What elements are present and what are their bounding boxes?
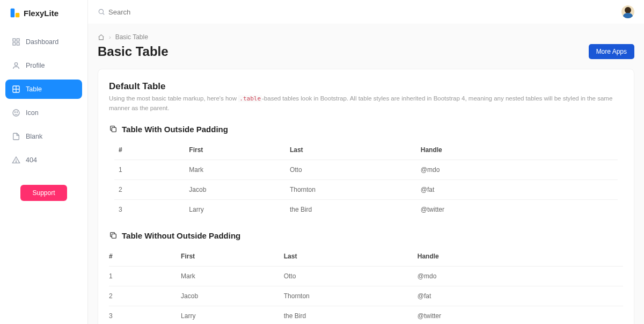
table-with-padding: # First Last Handle 1 Mark Otto [114, 140, 618, 219]
copy-icon [109, 125, 118, 133]
card-description: Using the most basic table markup, here'… [109, 94, 623, 113]
table-header-row: # First Last Handle [109, 247, 623, 267]
breadcrumb: › Basic Table [98, 33, 634, 41]
table-header: Last [286, 140, 416, 160]
sidebar-item-label: Dashboard [26, 38, 58, 46]
card-title: Default Table [109, 81, 623, 92]
svg-rect-0 [11, 9, 15, 18]
table-header: Handle [418, 247, 623, 267]
table-header: # [114, 140, 185, 160]
main: › Basic Table Basic Table More Apps Defa… [88, 0, 644, 324]
sidebar-item-dashboard[interactable]: Dashboard [5, 32, 82, 52]
table-row: 3 Larry the Bird @twitter [114, 199, 618, 219]
svg-point-14 [16, 162, 16, 162]
support-button[interactable]: Support [20, 185, 67, 201]
svg-rect-2 [13, 39, 16, 41]
subtitle-table-1: Table With Outside Padding [109, 125, 623, 134]
svg-rect-5 [17, 42, 19, 45]
brand[interactable]: FlexyLite [0, 8, 87, 28]
copy-icon [109, 231, 118, 240]
table-header: First [185, 140, 286, 160]
table-header: Last [284, 247, 418, 267]
svg-point-6 [14, 63, 17, 66]
sidebar-item-label: Icon [26, 109, 39, 117]
subtitle-table-2: Table Without Outside Padding [109, 231, 623, 240]
svg-rect-4 [13, 42, 16, 45]
sidebar-item-label: Blank [26, 133, 42, 140]
avatar[interactable] [621, 5, 634, 18]
search[interactable] [98, 8, 216, 16]
svg-point-10 [13, 110, 19, 116]
table-header: First [181, 247, 284, 267]
table-header-row: # First Last Handle [114, 140, 618, 160]
svg-point-11 [14, 112, 15, 112]
sidebar-item-blank[interactable]: Blank [5, 127, 82, 146]
sidebar-item-icon[interactable]: Icon [5, 103, 82, 123]
table-icon [12, 85, 20, 93]
svg-point-12 [17, 112, 17, 112]
warning-icon [12, 156, 20, 164]
face-icon [12, 109, 20, 117]
table-row: 2 Jacob Thornton @fat [114, 179, 618, 199]
search-input[interactable] [108, 8, 216, 16]
home-icon[interactable] [98, 34, 105, 41]
file-icon [12, 132, 20, 141]
svg-rect-17 [112, 128, 116, 132]
brand-logo-icon [10, 8, 20, 18]
sidebar: FlexyLite Dashboard Profile Table Icon B… [0, 0, 88, 324]
svg-rect-1 [16, 13, 20, 17]
svg-rect-18 [112, 234, 116, 239]
sidebar-item-table[interactable]: Table [5, 80, 82, 99]
table-without-padding: # First Last Handle 1 Mark Otto [109, 247, 623, 324]
svg-point-15 [99, 9, 103, 13]
table-header: Handle [416, 140, 618, 160]
svg-rect-3 [17, 39, 19, 41]
chevron-right-icon: › [109, 34, 111, 40]
search-icon [98, 8, 105, 16]
dashboard-icon [12, 38, 20, 46]
table-row: 2 Jacob Thornton @fat [109, 286, 623, 306]
page-title: Basic Table [98, 44, 169, 59]
profile-icon [12, 61, 20, 70]
sidebar-item-label: Table [26, 85, 42, 93]
sidebar-item-profile[interactable]: Profile [5, 56, 82, 75]
table-row: 1 Mark Otto @mdo [109, 266, 623, 286]
sidebar-nav: Dashboard Profile Table Icon Blank 404 [0, 28, 87, 174]
brand-name: FlexyLite [24, 9, 58, 18]
more-apps-button[interactable]: More Apps [589, 44, 634, 59]
sidebar-item-404[interactable]: 404 [5, 150, 82, 170]
sidebar-item-label: 404 [26, 156, 37, 164]
topbar [88, 0, 644, 24]
table-header: # [109, 247, 181, 267]
sidebar-item-label: Profile [26, 62, 45, 69]
card-default-table: Default Table Using the most basic table… [98, 69, 634, 324]
svg-line-16 [103, 13, 104, 15]
table-row: 1 Mark Otto @mdo [114, 160, 618, 179]
table-row: 3 Larry the Bird @twitter [109, 306, 623, 324]
breadcrumb-current: Basic Table [115, 33, 148, 41]
